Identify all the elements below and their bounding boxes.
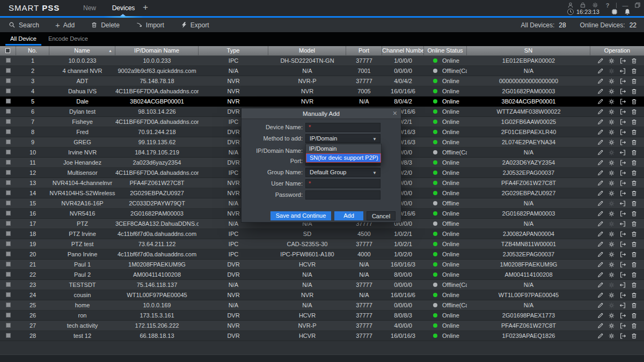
logout-device-icon[interactable] bbox=[619, 200, 626, 207]
delete-device-icon[interactable] bbox=[631, 292, 638, 299]
select-all-checkbox[interactable] bbox=[0, 46, 16, 55]
tab-encode-device[interactable]: Encode Device bbox=[42, 32, 94, 46]
delete-device-icon[interactable] bbox=[631, 282, 638, 289]
logout-device-icon[interactable] bbox=[619, 139, 626, 146]
table-row[interactable]: 26 ron 173.15.3.161 DVR HCVR 37777 8/0/8… bbox=[0, 311, 644, 321]
logout-device-icon[interactable] bbox=[619, 302, 626, 309]
lock-icon[interactable] bbox=[579, 2, 587, 9]
dialog-close-icon[interactable]: × bbox=[393, 109, 397, 117]
device-config-icon[interactable] bbox=[608, 241, 615, 248]
delete-device-icon[interactable] bbox=[631, 241, 638, 248]
delete-device-icon[interactable] bbox=[631, 180, 638, 187]
table-row[interactable]: 18 PTZ Irvine 4c11bf6f7d0a.dahuaddns.com… bbox=[0, 229, 644, 239]
device-config-icon[interactable] bbox=[608, 231, 615, 238]
row-checkbox[interactable] bbox=[6, 252, 11, 256]
logout-device-icon[interactable] bbox=[619, 210, 626, 217]
search-button[interactable]: Search bbox=[9, 21, 39, 29]
user-name-field[interactable]: * bbox=[305, 179, 380, 188]
logout-device-icon[interactable] bbox=[619, 190, 626, 197]
delete-device-icon[interactable] bbox=[631, 129, 638, 136]
row-checkbox[interactable] bbox=[6, 109, 11, 114]
header-name[interactable]: Name▲ bbox=[49, 46, 115, 55]
delete-device-icon[interactable] bbox=[631, 322, 638, 329]
table-row[interactable]: 23 TESTSDT 75.146.118.137 N/A N/A 37777 … bbox=[0, 280, 644, 290]
row-checkbox[interactable] bbox=[6, 190, 11, 195]
logout-device-icon[interactable] bbox=[619, 220, 626, 227]
help-icon[interactable]: ? bbox=[604, 2, 611, 9]
dropdown-option-sn-p2p[interactable]: SN(for devic support P2P) bbox=[306, 153, 381, 162]
logout-device-icon[interactable] bbox=[619, 88, 626, 95]
edit-icon[interactable] bbox=[597, 119, 604, 125]
device-config-icon[interactable] bbox=[608, 129, 615, 136]
row-checkbox[interactable] bbox=[6, 272, 11, 277]
device-config-icon[interactable] bbox=[608, 57, 615, 64]
header-no[interactable]: No. bbox=[16, 46, 49, 55]
row-checkbox[interactable] bbox=[6, 119, 11, 124]
row-checkbox[interactable] bbox=[6, 262, 11, 267]
edit-icon[interactable] bbox=[597, 78, 604, 85]
edit-icon[interactable] bbox=[597, 261, 604, 268]
edit-icon[interactable] bbox=[597, 88, 604, 95]
edit-icon[interactable] bbox=[597, 282, 604, 289]
device-config-icon[interactable] bbox=[608, 282, 615, 289]
row-checkbox[interactable] bbox=[6, 201, 11, 205]
edit-icon[interactable] bbox=[597, 241, 604, 248]
delete-device-icon[interactable] bbox=[631, 220, 638, 227]
logout-device-icon[interactable] bbox=[619, 108, 626, 115]
edit-icon[interactable] bbox=[597, 251, 604, 258]
delete-device-icon[interactable] bbox=[631, 139, 638, 146]
device-name-field[interactable]: * bbox=[305, 123, 380, 132]
table-row[interactable]: 24 cousin WT1L00F97PAE00045 NVR NVR N/A … bbox=[0, 290, 644, 300]
password-field[interactable] bbox=[305, 190, 380, 200]
edit-icon[interactable] bbox=[597, 292, 604, 299]
edit-icon[interactable] bbox=[597, 108, 604, 115]
logout-device-icon[interactable] bbox=[619, 312, 626, 319]
row-checkbox[interactable] bbox=[6, 78, 11, 83]
edit-icon[interactable] bbox=[597, 129, 604, 136]
row-checkbox[interactable] bbox=[6, 333, 11, 338]
cancel-button[interactable]: Cancel bbox=[367, 211, 396, 220]
edit-icon[interactable] bbox=[597, 220, 604, 227]
table-row[interactable]: 3 ADT 75.148.78.18 NVR NVR-P 37777 4/0/4… bbox=[0, 76, 644, 86]
row-checkbox[interactable] bbox=[6, 180, 11, 185]
row-checkbox[interactable] bbox=[6, 88, 11, 93]
edit-icon[interactable] bbox=[597, 139, 604, 146]
table-row[interactable]: 1 10.0.0.233 10.0.0.233 IPC DH-SD22204TN… bbox=[0, 56, 644, 66]
logout-device-icon[interactable] bbox=[619, 57, 626, 64]
table-row[interactable]: 27 tech activity 172.115.206.222 NVR NVR… bbox=[0, 321, 644, 331]
header-channel-number[interactable]: Channel Number bbox=[382, 46, 424, 55]
delete-device-icon[interactable] bbox=[631, 261, 638, 268]
edit-icon[interactable] bbox=[597, 169, 604, 176]
device-config-icon[interactable] bbox=[608, 302, 615, 309]
edit-icon[interactable] bbox=[597, 333, 604, 339]
device-config-icon[interactable] bbox=[608, 68, 615, 75]
row-checkbox[interactable] bbox=[6, 241, 11, 246]
header-operation[interactable]: Operation bbox=[590, 46, 644, 55]
header-sn[interactable]: SN bbox=[467, 46, 590, 55]
edit-icon[interactable] bbox=[597, 57, 604, 64]
delete-device-icon[interactable] bbox=[631, 57, 638, 64]
settings-icon[interactable] bbox=[591, 2, 599, 9]
table-row[interactable]: 21 Paul 1 1M0208FPAEKUM9G DVR HCVR N/A 1… bbox=[0, 260, 644, 270]
edit-icon[interactable] bbox=[597, 210, 604, 217]
row-checkbox[interactable] bbox=[6, 170, 11, 175]
save-and-continue-button[interactable]: Save and Continue bbox=[270, 211, 331, 220]
new-tab-button[interactable]: + bbox=[143, 2, 148, 13]
logout-device-icon[interactable] bbox=[619, 261, 626, 268]
row-checkbox[interactable] bbox=[6, 129, 11, 134]
header-type[interactable]: Type bbox=[199, 46, 268, 55]
row-checkbox[interactable] bbox=[6, 150, 11, 154]
header-online-status[interactable]: Online Status bbox=[424, 46, 467, 55]
logout-device-icon[interactable] bbox=[619, 292, 626, 299]
logout-device-icon[interactable] bbox=[619, 68, 626, 75]
edit-icon[interactable] bbox=[597, 271, 604, 278]
device-config-icon[interactable] bbox=[608, 108, 615, 115]
delete-device-icon[interactable] bbox=[631, 169, 638, 176]
delete-device-icon[interactable] bbox=[631, 149, 638, 156]
device-config-icon[interactable] bbox=[608, 322, 615, 329]
device-config-icon[interactable] bbox=[608, 78, 615, 85]
delete-device-icon[interactable] bbox=[631, 200, 638, 207]
tab-all-device[interactable]: All Device bbox=[4, 32, 42, 46]
import-button[interactable]: Import bbox=[136, 21, 164, 29]
device-config-icon[interactable] bbox=[608, 210, 615, 217]
